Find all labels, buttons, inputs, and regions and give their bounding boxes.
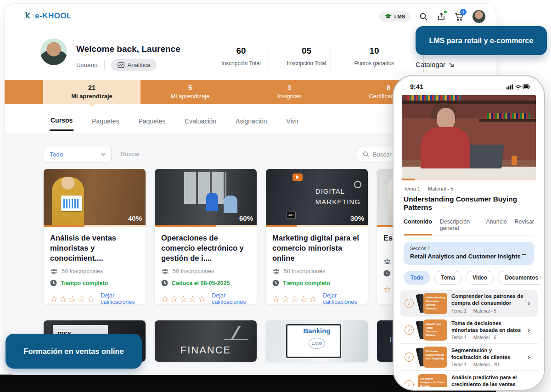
material-title: Análisis predictivo para el crecimiento …: [451, 374, 533, 387]
material-item[interactable]: ✓ Predictive Analytics for Sales Growth …: [400, 371, 538, 387]
course-title[interactable]: Marketing digital para el comercio minor…: [272, 233, 361, 263]
lesson-tabs: Contenido Descripción general Anuncio Re…: [404, 218, 534, 236]
chart-icon: [118, 62, 124, 68]
rating-stars-icon[interactable]: ☆☆☆☆☆: [50, 294, 96, 304]
chevron-right-icon[interactable]: ›: [528, 326, 533, 334]
tab-contenido[interactable]: Contenido: [404, 218, 432, 235]
material-item[interactable]: ✓ Data-Driven Retail Decision Making Tom…: [400, 317, 538, 344]
chip-todo[interactable]: Todo: [404, 271, 430, 285]
tab-paquetes-2[interactable]: Paquetes: [137, 111, 166, 130]
tab-revisar[interactable]: Revisar: [515, 218, 534, 235]
material-item[interactable]: ✓ Understanding Consumer Buying Patterns…: [400, 290, 538, 317]
material-thumbnail: Customer Segmentation and Targeting: [418, 347, 447, 368]
brand-logo[interactable]: e-KHOOL: [22, 11, 72, 21]
meta-material: Material - 5: [473, 335, 496, 340]
arrow-right-icon[interactable]: →: [520, 249, 528, 258]
brand-logo-icon: [22, 11, 32, 21]
stat-points-earned: 10 Puntos ganados: [340, 46, 409, 67]
course-title[interactable]: Operaciones de comercio electrónico y ge…: [161, 233, 250, 263]
check-circle-icon: ✓: [404, 298, 415, 308]
check-circle-icon: ✓: [404, 352, 415, 363]
stat-enrollment-total-1: 60 Inscripción Total: [207, 46, 276, 67]
decorative-books: [485, 113, 530, 119]
lesson-video-player[interactable]: [402, 95, 536, 179]
rating-stars-icon[interactable]: ☆☆☆☆☆: [272, 294, 318, 304]
analytics-label: Analítica: [128, 62, 151, 68]
section-card[interactable]: Sección 1 Retail Analytics and Customer …: [404, 242, 534, 265]
decorative-window: [184, 172, 226, 204]
play-icon: [292, 174, 303, 181]
tab-vivir[interactable]: Vivir: [286, 111, 300, 130]
analytics-button[interactable]: Analítica: [111, 59, 157, 71]
category-select[interactable]: Todo: [44, 146, 112, 162]
callout-sales-training: Formación en ventas online: [6, 334, 142, 369]
phone-screen: 9:41: [396, 78, 541, 387]
tab-my-learning[interactable]: 5 Mi aprendizaje: [141, 80, 240, 104]
decorative-figure: [206, 193, 218, 211]
leave-rating-link[interactable]: Dejar calificaciones: [101, 292, 139, 305]
tab-cursos[interactable]: Cursos: [50, 110, 73, 131]
course-card-finance[interactable]: FINANCE: [155, 320, 257, 362]
ad-icon: AD: [286, 212, 296, 218]
thumbnail-caption: Customer Segmentation and Targeting: [423, 347, 447, 368]
course-card[interactable]: 60% Operaciones de comercio electrónico …: [155, 169, 257, 304]
thumbnail-caption: Data-Driven Retail Decision Making: [423, 319, 447, 341]
material-title: Comprender los patrones de compra del co…: [451, 293, 523, 307]
chip-video[interactable]: Video: [466, 271, 494, 285]
arrow-down-right-icon: [449, 62, 454, 67]
phone-status-bar: 9:41: [396, 78, 541, 95]
course-title[interactable]: Análisis de ventas minoristas y conocimi…: [50, 233, 139, 263]
tab-evaluacion[interactable]: Evaluación: [184, 111, 218, 130]
header-actions: LMS 1: [379, 10, 486, 23]
share-export-icon[interactable]: [436, 11, 446, 22]
course-card[interactable]: 40% Análisis de ventas minoristas y cono…: [44, 169, 146, 304]
clock-icon: [161, 280, 168, 286]
user-avatar[interactable]: [472, 10, 486, 23]
image-caption: DIGITAL MARKETING: [315, 186, 360, 207]
search-caption: Buscar: [121, 151, 140, 157]
status-icons: [506, 84, 530, 90]
status-time: 9:41: [410, 83, 423, 90]
course-card-banking[interactable]: Banking 1,000: [266, 320, 368, 362]
check-circle-icon: ✓: [404, 325, 415, 336]
leave-rating-link[interactable]: Dejar calificaciones: [323, 292, 361, 305]
lms-mode-badge[interactable]: LMS: [379, 11, 410, 22]
decorative-figure: [421, 127, 470, 168]
chevron-right-icon[interactable]: ›: [528, 353, 533, 361]
check-circle-icon: ✓: [404, 379, 415, 387]
material-item[interactable]: ✓ Customer Segmentation and Targeting Se…: [400, 344, 538, 371]
people-icon: [383, 259, 391, 264]
tab-paquetes-1[interactable]: Paquetes: [91, 111, 120, 130]
divider: [424, 186, 424, 191]
search-icon: [363, 151, 369, 157]
stat-label: Inscripción Total: [273, 60, 340, 67]
rating-stars-icon[interactable]: ☆☆☆☆☆: [161, 294, 207, 304]
enrollment-count: 50 Inscripciones: [284, 268, 325, 274]
tab-badges[interactable]: 3 Insignias: [240, 80, 339, 104]
chevron-right-icon[interactable]: ›: [528, 300, 533, 307]
material-thumbnail: Data-Driven Retail Decision Making: [418, 319, 447, 341]
divider: [470, 308, 470, 313]
cart-icon[interactable]: 1: [454, 11, 464, 22]
divider: [470, 336, 470, 340]
wifi-icon: [516, 86, 521, 90]
battery-icon: [523, 85, 530, 89]
search-icon[interactable]: [418, 11, 428, 22]
chip-tema[interactable]: Tema: [434, 271, 461, 285]
catalog-link[interactable]: Catalogar: [416, 61, 454, 68]
search-placeholder: Buscar: [373, 151, 391, 158]
enrollment-count: 50 Inscripciones: [173, 268, 214, 274]
people-icon: [272, 269, 280, 274]
leave-rating-link[interactable]: Dejar calificaciones: [212, 292, 250, 305]
course-status: Tiempo completo: [61, 280, 108, 286]
tab-anuncio[interactable]: Anuncio: [486, 218, 506, 235]
divider: [331, 45, 331, 72]
tab-asignacion[interactable]: Asignación: [235, 111, 268, 130]
course-card[interactable]: DIGITAL MARKETING AD 30% Marketing digit…: [266, 169, 368, 304]
thumbnail-caption: Predictive Analytics for Sales Growth: [418, 374, 447, 387]
tab-descripcion-general[interactable]: Descripción general: [440, 218, 478, 235]
tab-count: 5: [188, 84, 192, 91]
tab-my-learning-active[interactable]: 21 Mi aprendizaje: [43, 80, 141, 104]
chip-documentos[interactable]: Documentos ▾: [498, 271, 541, 285]
material-list: ✓ Understanding Consumer Buying Patterns…: [396, 290, 541, 387]
